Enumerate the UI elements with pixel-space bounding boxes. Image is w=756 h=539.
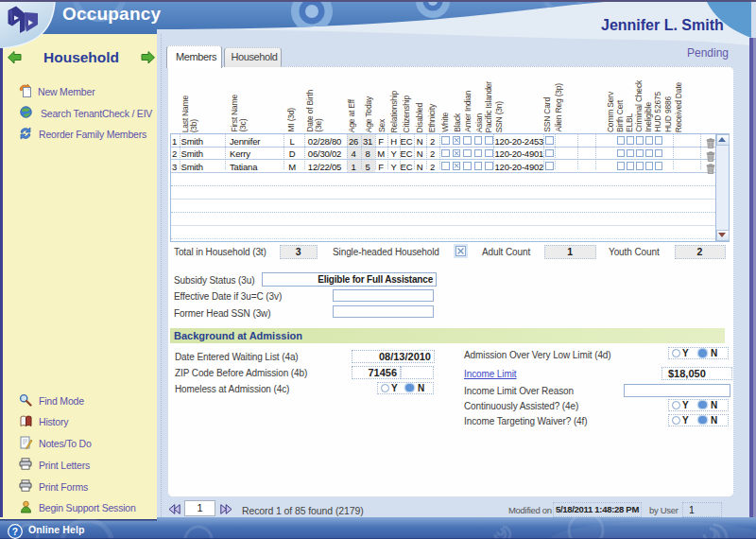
svg-text:?: ? bbox=[12, 526, 18, 536]
